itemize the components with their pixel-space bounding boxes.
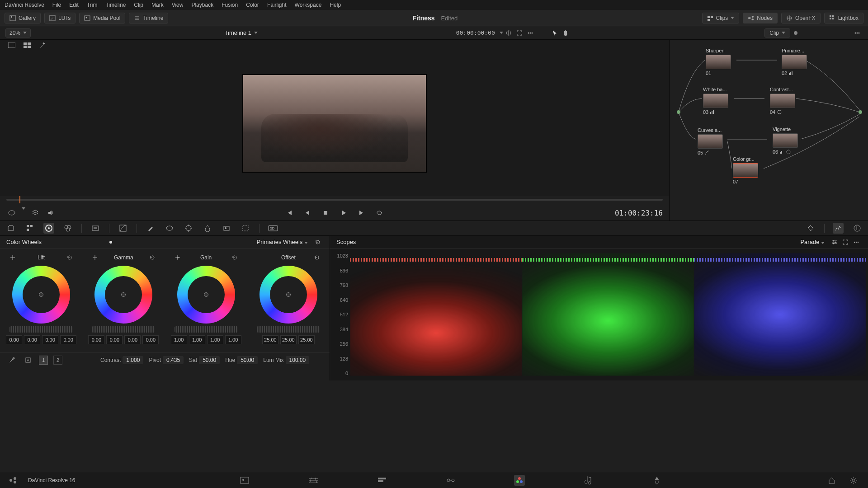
menu-playback[interactable]: Playback (191, 2, 213, 8)
lightbox-button[interactable]: Lightbox (824, 13, 863, 23)
menu-trim[interactable]: Trim (87, 2, 98, 8)
picker-icon[interactable] (7, 252, 18, 263)
menu-clip[interactable]: Clip (134, 2, 143, 8)
value-box[interactable]: 25.00 (280, 335, 297, 344)
fusion-page-icon[interactable] (445, 475, 456, 486)
nodes-button[interactable]: Nodes (743, 13, 778, 23)
menu-timeline[interactable]: Timeline (105, 2, 126, 8)
sat-field[interactable]: Sat50.00 (189, 356, 220, 364)
value-box[interactable]: 1.00 (207, 335, 223, 344)
value-box[interactable]: 25.00 (262, 335, 278, 344)
chevron-down-icon[interactable] (254, 32, 258, 34)
step-back-icon[interactable] (302, 207, 313, 218)
picker-icon[interactable] (90, 252, 100, 263)
menu-file[interactable]: File (52, 2, 61, 8)
keyframes-icon[interactable] (805, 223, 816, 234)
chevron-down-icon[interactable] (22, 207, 25, 210)
page-1-button[interactable]: 1 (39, 356, 48, 365)
mute-icon[interactable] (45, 207, 56, 218)
edit-page-icon[interactable] (377, 475, 387, 486)
value-box[interactable]: 0.00 (124, 335, 141, 344)
value-box[interactable]: 0.00 (60, 335, 76, 344)
rgb-mixer-icon[interactable] (62, 223, 73, 234)
chevron-down-icon[interactable] (500, 32, 503, 34)
pick-white-icon[interactable]: A (23, 355, 33, 366)
info-icon[interactable]: i (852, 223, 863, 234)
transport-timecode[interactable]: 01:00:23:16 (615, 209, 663, 217)
hue-field[interactable]: Hue50.00 (225, 356, 258, 364)
camera-raw-icon[interactable] (5, 223, 16, 234)
node-graph[interactable]: Sharpen 01 Primarie... 02 White ba... 03… (670, 40, 868, 191)
lummix-field[interactable]: Lum Mix100.00 (263, 356, 309, 364)
wheels-mode-selector[interactable]: Primaries Wheels (257, 239, 308, 245)
pivot-field[interactable]: Pivot0.435 (149, 356, 184, 364)
stop-icon[interactable] (320, 207, 331, 218)
timeline-name[interactable]: Timeline 1 (225, 29, 251, 36)
node-sharpen[interactable]: Sharpen 01 (706, 48, 736, 76)
jog-wheel[interactable] (257, 326, 320, 333)
menu-app[interactable]: DaVinci Resolve (5, 2, 44, 8)
jog-wheel[interactable] (175, 326, 238, 333)
value-box[interactable]: 0.00 (88, 335, 104, 344)
menu-view[interactable]: View (172, 2, 184, 8)
more-icon[interactable] (525, 28, 536, 38)
node-primaries[interactable]: Primarie... 02 (782, 48, 811, 76)
cut-page-icon[interactable] (308, 475, 319, 486)
bypass-icon[interactable] (6, 207, 17, 218)
node-white-balance[interactable]: White ba... 03 (703, 87, 733, 115)
layers-icon[interactable] (30, 207, 41, 218)
home-icon[interactable] (826, 475, 837, 486)
image-wipe-icon[interactable] (503, 28, 514, 38)
menu-edit[interactable]: Edit (69, 2, 79, 8)
play-icon[interactable] (338, 207, 349, 218)
openfx-button[interactable]: OpenFX (781, 13, 821, 23)
viewer-canvas[interactable] (0, 51, 669, 196)
scopes-mode-selector[interactable]: Parade (800, 239, 825, 245)
scopes-icon[interactable] (833, 223, 844, 234)
luts-button[interactable]: LUTs (44, 13, 75, 23)
jog-wheel[interactable] (9, 326, 73, 333)
expand-icon[interactable] (840, 237, 851, 248)
next-clip-icon[interactable] (356, 207, 367, 218)
mediapool-button[interactable]: Media Pool (79, 13, 125, 23)
blur-icon[interactable] (202, 223, 213, 234)
scrub-bar[interactable] (0, 196, 669, 205)
color-wheel[interactable] (94, 266, 152, 324)
settings-icon[interactable] (848, 475, 859, 486)
contrast-field[interactable]: Contrast1.000 (100, 356, 143, 364)
menu-help[interactable]: Help (330, 2, 341, 8)
color-wheel[interactable] (259, 266, 317, 324)
color-wheel[interactable] (177, 266, 235, 324)
gallery-button[interactable]: Gallery (5, 13, 41, 23)
node-vignette[interactable]: Vignette 06 (773, 127, 802, 155)
more-icon[interactable] (852, 28, 863, 38)
picker-icon[interactable] (255, 252, 265, 263)
curves-icon[interactable] (118, 223, 128, 234)
magic-wand-icon[interactable] (37, 40, 48, 51)
zoom-selector[interactable]: 20% (5, 28, 31, 38)
color-wheels-icon[interactable] (43, 223, 54, 234)
value-box[interactable]: 1.00 (225, 335, 241, 344)
color-match-icon[interactable] (24, 223, 35, 234)
view-single-icon[interactable] (6, 40, 17, 51)
motion-effects-icon[interactable] (90, 223, 101, 234)
value-box[interactable]: 0.00 (6, 335, 22, 344)
menu-mark[interactable]: Mark (151, 2, 164, 8)
node-contrast[interactable]: Contrast... 04 (770, 87, 800, 115)
viewer-timecode[interactable]: 00:00:00:00 (456, 29, 495, 36)
view-grid-icon[interactable] (22, 40, 33, 51)
clips-button[interactable]: Clips (702, 13, 740, 23)
color-page-icon[interactable] (514, 475, 525, 486)
menu-fairlight[interactable]: Fairlight (267, 2, 287, 8)
value-box[interactable]: 1.00 (171, 335, 187, 344)
jog-wheel[interactable] (92, 326, 155, 333)
prev-clip-icon[interactable] (284, 207, 295, 218)
auto-balance-icon[interactable] (6, 355, 17, 366)
deliver-page-icon[interactable] (651, 475, 662, 486)
menu-color[interactable]: Color (246, 2, 259, 8)
value-box[interactable]: 0.00 (24, 335, 40, 344)
node-curves[interactable]: Curves a... 05 (698, 127, 727, 155)
value-box[interactable]: 0.00 (142, 335, 159, 344)
page-2-button[interactable]: 2 (53, 356, 62, 365)
menu-workspace[interactable]: Workspace (295, 2, 322, 8)
